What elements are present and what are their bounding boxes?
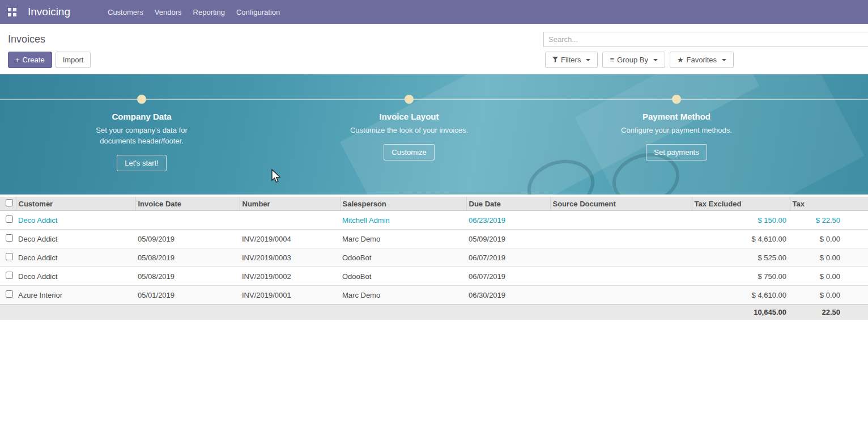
banner-decoration bbox=[521, 153, 600, 195]
column-header-number[interactable]: Number bbox=[240, 197, 340, 211]
cell-source-document[interactable] bbox=[550, 211, 692, 230]
column-header-due-date[interactable]: Due Date bbox=[466, 197, 550, 211]
cell-salesperson[interactable]: OdooBot bbox=[340, 248, 466, 267]
create-button[interactable]: + Create bbox=[8, 52, 52, 68]
cell-due-date[interactable]: 06/30/2019 bbox=[466, 286, 550, 305]
app-title[interactable]: Invoicing bbox=[28, 6, 70, 18]
column-header-tax[interactable]: Tax bbox=[790, 197, 868, 211]
cell-due-date[interactable]: 05/09/2019 bbox=[466, 230, 550, 248]
filters-button-label: Filters bbox=[561, 56, 581, 64]
row-checkbox[interactable] bbox=[6, 234, 13, 242]
cell-number[interactable]: INV/2019/0003 bbox=[240, 248, 340, 267]
cell-invoice-date[interactable]: 05/09/2019 bbox=[135, 230, 240, 248]
row-select-cell[interactable] bbox=[0, 267, 16, 286]
select-all-header[interactable] bbox=[0, 197, 16, 211]
cell-salesperson[interactable]: Marc Demo bbox=[340, 286, 466, 305]
menu-configuration[interactable]: Configuration bbox=[231, 0, 286, 24]
cell-customer[interactable]: Azure Interior bbox=[16, 286, 135, 305]
menu-reporting[interactable]: Reporting bbox=[188, 0, 231, 24]
group-by-button[interactable]: ≡ Group By bbox=[602, 52, 665, 68]
column-header-source-document[interactable]: Source Document bbox=[550, 197, 692, 211]
cell-due-date[interactable]: 06/23/2019 bbox=[466, 211, 550, 230]
table-row[interactable]: Deco Addict 05/08/2019 INV/2019/0002 Odo… bbox=[0, 267, 868, 286]
cell-tax[interactable]: $ 0.00 bbox=[790, 267, 868, 286]
lets-start-button[interactable]: Let's start! bbox=[117, 155, 167, 171]
cell-source-document[interactable] bbox=[550, 248, 692, 267]
onboarding-step-payment-method: Payment Method Configure your payment me… bbox=[592, 95, 761, 160]
menu-vendors[interactable]: Vendors bbox=[149, 0, 188, 24]
cell-invoice-date[interactable] bbox=[135, 211, 240, 230]
search-input[interactable] bbox=[543, 32, 868, 47]
cell-tax-excluded[interactable]: $ 4,610.00 bbox=[692, 230, 790, 248]
cell-tax-excluded[interactable]: $ 525.00 bbox=[692, 248, 790, 267]
cell-tax-excluded[interactable]: $ 750.00 bbox=[692, 267, 790, 286]
table-header-row: Customer Invoice Date Number Salesperson… bbox=[0, 197, 868, 211]
cell-tax-excluded[interactable]: $ 150.00 bbox=[692, 211, 790, 230]
row-checkbox[interactable] bbox=[6, 272, 13, 279]
step-title: Invoice Layout bbox=[324, 112, 494, 121]
chevron-down-icon bbox=[586, 59, 590, 61]
cell-tax[interactable]: $ 22.50 bbox=[790, 211, 868, 230]
set-payments-button[interactable]: Set payments bbox=[646, 144, 707, 160]
control-panel-button-row: + Create Import Filters ≡ Group By ★ Fav… bbox=[0, 52, 868, 68]
cell-invoice-date[interactable]: 05/08/2019 bbox=[135, 248, 240, 267]
cell-number[interactable]: INV/2019/0004 bbox=[240, 230, 340, 248]
filters-button[interactable]: Filters bbox=[545, 52, 598, 68]
create-button-label: Create bbox=[23, 56, 45, 64]
cell-tax[interactable]: $ 0.00 bbox=[790, 286, 868, 305]
select-all-checkbox[interactable] bbox=[6, 199, 13, 206]
cell-invoice-date[interactable]: 05/01/2019 bbox=[135, 286, 240, 305]
cell-tax-excluded[interactable]: $ 4,610.00 bbox=[692, 286, 790, 305]
cell-salesperson[interactable]: OdooBot bbox=[340, 267, 466, 286]
cell-customer[interactable]: Deco Addict bbox=[16, 230, 135, 248]
step-title: Company Data bbox=[57, 112, 227, 121]
column-header-customer[interactable]: Customer bbox=[16, 197, 135, 211]
star-icon: ★ bbox=[677, 56, 684, 64]
cell-tax[interactable]: $ 0.00 bbox=[790, 230, 868, 248]
breadcrumb: Invoices bbox=[8, 33, 45, 45]
table-row[interactable]: Deco Addict 05/08/2019 INV/2019/0003 Odo… bbox=[0, 248, 868, 267]
column-header-invoice-date[interactable]: Invoice Date bbox=[135, 197, 240, 211]
import-button[interactable]: Import bbox=[56, 52, 91, 68]
search-option-buttons: Filters ≡ Group By ★ Favorites bbox=[545, 52, 734, 68]
apps-menu-button[interactable] bbox=[0, 0, 24, 24]
invoice-list-table: Customer Invoice Date Number Salesperson… bbox=[0, 197, 868, 320]
column-header-tax-excluded[interactable]: Tax Excluded bbox=[692, 197, 790, 211]
cell-salesperson[interactable]: Mitchell Admin bbox=[340, 211, 466, 230]
cell-number[interactable]: INV/2019/0002 bbox=[240, 267, 340, 286]
table-row[interactable]: Deco Addict 05/09/2019 INV/2019/0004 Mar… bbox=[0, 230, 868, 248]
table-row[interactable]: Azure Interior 05/01/2019 INV/2019/0001 … bbox=[0, 286, 868, 305]
row-select-cell[interactable] bbox=[0, 211, 16, 230]
cell-salesperson[interactable]: Marc Demo bbox=[340, 230, 466, 248]
cell-due-date[interactable]: 06/07/2019 bbox=[466, 248, 550, 267]
cell-number[interactable]: INV/2019/0001 bbox=[240, 286, 340, 305]
row-checkbox[interactable] bbox=[6, 215, 13, 223]
import-button-label: Import bbox=[63, 56, 84, 64]
customize-button[interactable]: Customize bbox=[384, 144, 434, 160]
cell-source-document[interactable] bbox=[550, 286, 692, 305]
cell-tax[interactable]: $ 0.00 bbox=[790, 248, 868, 267]
filter-icon bbox=[552, 57, 558, 63]
chevron-down-icon bbox=[722, 59, 726, 61]
favorites-button-label: Favorites bbox=[687, 56, 717, 64]
table-row[interactable]: Deco Addict Mitchell Admin 06/23/2019 $ … bbox=[0, 211, 868, 230]
group-by-icon: ≡ bbox=[610, 56, 614, 64]
column-header-salesperson[interactable]: Salesperson bbox=[340, 197, 466, 211]
cell-source-document[interactable] bbox=[550, 267, 692, 286]
row-select-cell[interactable] bbox=[0, 248, 16, 267]
cell-customer[interactable]: Deco Addict bbox=[16, 248, 135, 267]
cell-customer[interactable]: Deco Addict bbox=[16, 267, 135, 286]
menu-customers[interactable]: Customers bbox=[102, 0, 149, 24]
row-checkbox[interactable] bbox=[6, 253, 13, 260]
cell-source-document[interactable] bbox=[550, 230, 692, 248]
cell-customer[interactable]: Deco Addict bbox=[16, 211, 135, 230]
total-tax: 22.50 bbox=[790, 305, 868, 320]
cell-due-date[interactable]: 06/07/2019 bbox=[466, 267, 550, 286]
cell-number[interactable] bbox=[240, 211, 340, 230]
favorites-button[interactable]: ★ Favorites bbox=[670, 52, 734, 68]
step-description: Configure your payment methods. bbox=[616, 125, 737, 136]
row-checkbox[interactable] bbox=[6, 290, 13, 298]
cell-invoice-date[interactable]: 05/08/2019 bbox=[135, 267, 240, 286]
row-select-cell[interactable] bbox=[0, 286, 16, 305]
row-select-cell[interactable] bbox=[0, 230, 16, 248]
